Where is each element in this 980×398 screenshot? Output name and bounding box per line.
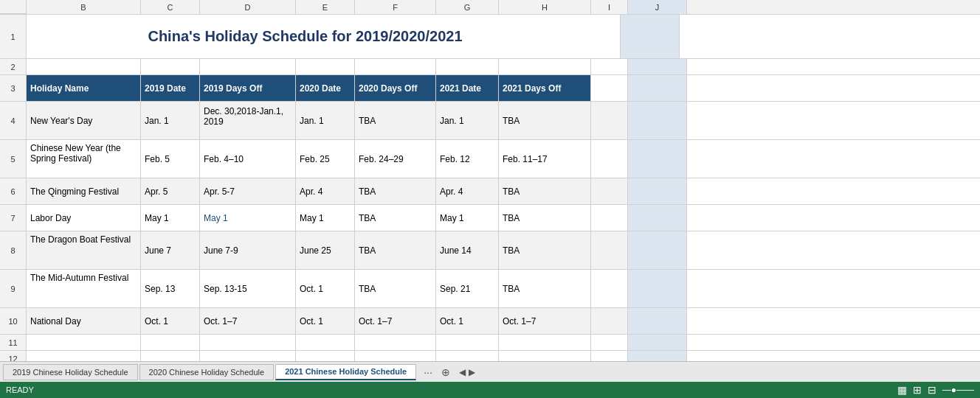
d11 xyxy=(200,335,296,350)
tab-2020[interactable]: 2020 Chinese Holiday Schedule xyxy=(139,364,275,380)
d12 xyxy=(200,351,296,361)
title-row: China's Holiday Schedule for 2019/2020/2… xyxy=(27,15,980,59)
normal-view-icon[interactable]: ▦ xyxy=(897,384,907,396)
j-9 xyxy=(628,270,687,307)
days2020-1: TBA xyxy=(355,102,436,139)
date2019-6: Sep. 13 xyxy=(141,270,200,307)
zoom-slider[interactable]: —●—— xyxy=(942,385,974,395)
row-num-1: 1 xyxy=(0,15,26,59)
row-num-12: 12 xyxy=(0,351,26,361)
data-row-6: The Qingming Festival Apr. 5 Apr. 5-7 Ap… xyxy=(27,178,980,205)
date2019-1: Jan. 1 xyxy=(141,102,200,139)
date2020-4: May 1 xyxy=(296,205,355,231)
header-2019date: 2019 Date xyxy=(141,75,200,101)
i-10 xyxy=(591,308,628,334)
f12 xyxy=(355,351,436,361)
tab-2019[interactable]: 2019 Chinese Holiday Schedule xyxy=(3,364,138,380)
tab-2021[interactable]: 2021 Chinese Holiday Schedule xyxy=(275,364,416,380)
j-6 xyxy=(628,178,687,204)
c2 xyxy=(141,59,200,74)
i2 xyxy=(591,59,628,74)
days2021-4: TBA xyxy=(499,205,591,231)
date2020-3: Apr. 4 xyxy=(296,178,355,204)
days2020-2: Feb. 24–29 xyxy=(355,140,436,178)
date2019-7: Oct. 1 xyxy=(141,308,200,334)
g2 xyxy=(436,59,499,74)
i12 xyxy=(591,351,628,361)
h2 xyxy=(499,59,591,74)
row-num-9: 9 xyxy=(0,270,26,308)
row-numbers: 1 2 3 4 5 6 7 8 9 10 11 12 xyxy=(0,15,27,361)
status-right: ▦ ⊞ ⊟ —●—— xyxy=(897,384,974,396)
f2 xyxy=(355,59,436,74)
j-4 xyxy=(628,102,687,139)
i11 xyxy=(591,335,628,350)
header-i xyxy=(591,75,628,101)
holiday-1: New Year's Day xyxy=(27,102,141,139)
row-num-11: 11 xyxy=(0,335,26,351)
d2 xyxy=(200,59,296,74)
days2020-6: TBA xyxy=(355,270,436,307)
i-6 xyxy=(591,178,628,204)
j-10 xyxy=(628,308,687,334)
days2019-3: Apr. 5-7 xyxy=(200,178,296,204)
empty-j-1 xyxy=(621,15,680,58)
date2019-4: May 1 xyxy=(141,205,200,231)
e12 xyxy=(296,351,355,361)
days2021-3: TBA xyxy=(499,178,591,204)
row-num-4: 4 xyxy=(0,102,26,140)
spreadsheet-grid: China's Holiday Schedule for 2019/2020/2… xyxy=(27,15,980,361)
page-layout-icon[interactable]: ⊞ xyxy=(913,384,922,396)
date2020-1: Jan. 1 xyxy=(296,102,355,139)
data-row-9: The Mid-Autumn Festival Sep. 13 Sep. 13-… xyxy=(27,270,980,308)
h12 xyxy=(499,351,591,361)
holiday-7: National Day xyxy=(27,308,141,334)
scroll-arrows: ◀ ▶ xyxy=(459,367,475,377)
row-num-3: 3 xyxy=(0,75,26,102)
page-break-icon[interactable]: ⊟ xyxy=(928,384,936,396)
empty-i-1 xyxy=(584,15,621,58)
excel-wrapper: B C D E F G H I J 1 2 3 4 5 6 7 8 9 10 1… xyxy=(0,0,980,398)
days2019-1: Dec. 30,2018-Jan.1, 2019 xyxy=(200,102,296,139)
days2020-7: Oct. 1–7 xyxy=(355,308,436,334)
header-holiday: Holiday Name xyxy=(27,75,141,101)
date2021-3: Apr. 4 xyxy=(436,178,499,204)
more-sheets-button[interactable]: ··· xyxy=(421,366,435,378)
col-header-j: J xyxy=(628,0,687,14)
header-2020date: 2020 Date xyxy=(296,75,355,101)
header-2019days: 2019 Days Off xyxy=(200,75,296,101)
col-header-h: H xyxy=(499,0,591,14)
i-9 xyxy=(591,270,628,307)
days2021-2: Feb. 11–17 xyxy=(499,140,591,178)
days2020-5: TBA xyxy=(355,231,436,269)
e2 xyxy=(296,59,355,74)
add-sheet-button[interactable]: ⊕ xyxy=(438,366,453,378)
g11 xyxy=(436,335,499,350)
row-num-2: 2 xyxy=(0,59,26,75)
date2020-7: Oct. 1 xyxy=(296,308,355,334)
b11 xyxy=(27,335,141,350)
corner-cell xyxy=(0,0,27,14)
c11 xyxy=(141,335,200,350)
days2021-1: TBA xyxy=(499,102,591,139)
date2019-2: Feb. 5 xyxy=(141,140,200,178)
i-7 xyxy=(591,205,628,231)
row-num-7: 7 xyxy=(0,205,26,231)
i-5 xyxy=(591,140,628,178)
date2021-7: Oct. 1 xyxy=(436,308,499,334)
data-row-5: Chinese New Year (the Spring Festival) F… xyxy=(27,140,980,178)
b2 xyxy=(27,59,141,74)
date2020-2: Feb. 25 xyxy=(296,140,355,178)
days2021-7: Oct. 1–7 xyxy=(499,308,591,334)
spreadsheet-title: China's Holiday Schedule for 2019/2020/2… xyxy=(148,28,462,45)
tabs-bar: 2019 Chinese Holiday Schedule 2020 Chine… xyxy=(0,361,980,382)
date2021-4: May 1 xyxy=(436,205,499,231)
days2019-7: Oct. 1–7 xyxy=(200,308,296,334)
date2021-6: Sep. 21 xyxy=(436,270,499,307)
days2020-4: TBA xyxy=(355,205,436,231)
date2021-1: Jan. 1 xyxy=(436,102,499,139)
date2019-3: Apr. 5 xyxy=(141,178,200,204)
scroll-left-icon[interactable]: ◀ xyxy=(459,367,466,377)
row-num-8: 8 xyxy=(0,231,26,270)
scroll-right-icon[interactable]: ▶ xyxy=(469,367,475,377)
